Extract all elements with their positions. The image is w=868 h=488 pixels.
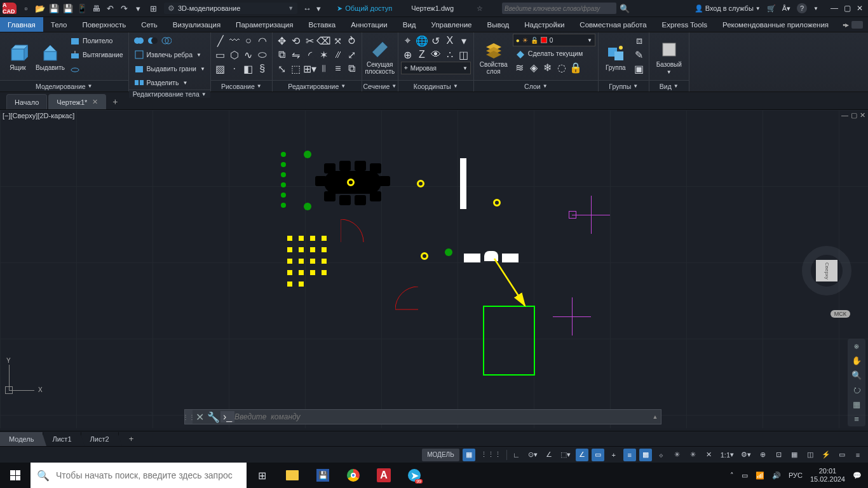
customize-status[interactable]: ≡ [851, 449, 864, 461]
helix-icon[interactable]: § [255, 62, 269, 76]
separate-button[interactable]: Разделить▼ [132, 76, 208, 90]
ucs-x-icon[interactable]: X [443, 34, 457, 48]
group-edit-icon[interactable]: ✎ [632, 48, 646, 62]
fillet-icon[interactable]: ◜ [303, 48, 317, 62]
signin-button[interactable]: 👤 Вход в службы ▼ [695, 4, 761, 13]
3dmove-icon[interactable]: ⤧ [331, 34, 345, 48]
panel-title-coords[interactable]: Координаты▼ [398, 80, 473, 92]
box-button[interactable]: Ящик [3, 34, 33, 80]
redo-icon[interactable]: ↷ [118, 3, 130, 14]
share-button[interactable]: ➤ Общий доступ [337, 4, 392, 13]
command-line[interactable]: ⋮⋮ ✕ 🔧 ›_ ▲ [184, 409, 661, 424]
telegram-icon[interactable]: ➤99 [399, 463, 430, 488]
snap-toggle[interactable]: ⋮⋮⋮ [478, 449, 503, 461]
hardware-accel[interactable]: ⚡ [820, 449, 832, 461]
tab-visualize[interactable]: Визуализация [165, 17, 228, 32]
layout-model[interactable]: Модель [0, 432, 43, 446]
layer-iso-icon[interactable]: ◈ [527, 60, 541, 74]
workspace-gear[interactable]: ⚙▾ [739, 449, 753, 461]
wrench-icon[interactable]: 🔧 [207, 411, 220, 423]
offset-icon[interactable]: ⫴ [317, 62, 331, 76]
ucs-world-icon[interactable]: 🌐 [415, 34, 429, 48]
array-icon[interactable]: ⊞▾ [303, 62, 317, 76]
clean-screen[interactable]: ▭ [836, 449, 848, 461]
layer-combo[interactable]: ● ☀ 🔓 0 ▼ [513, 34, 595, 46]
anno-monitor[interactable]: ⊕ [756, 449, 769, 461]
save-icon[interactable]: 💾 [48, 3, 60, 14]
open-icon[interactable]: 📂 [34, 3, 46, 14]
tab-view[interactable]: Вид [395, 17, 424, 32]
viewcube-face[interactable]: Сверху [816, 260, 837, 281]
quickprops-toggle[interactable]: ▦ [788, 449, 801, 461]
align-icon[interactable]: ≡ [331, 62, 345, 76]
section-plane-button[interactable]: Секущая плоскость [365, 34, 395, 80]
taskbar-search[interactable]: 🔍 [31, 463, 247, 488]
tray-expand-icon[interactable]: ˄ [730, 471, 734, 480]
scale-icon[interactable]: ⬚ [289, 62, 303, 76]
chevron-down-icon[interactable]: ▼ [813, 6, 818, 11]
qat-more-icon[interactable]: ▾ [132, 3, 144, 14]
layout-sheet2[interactable]: Лист2 [81, 432, 119, 446]
tab-parametric[interactable]: Параметризация [228, 17, 301, 32]
minimize-button[interactable]: — [830, 4, 839, 13]
sync-left-icon[interactable]: ↔ [301, 3, 313, 14]
star-icon[interactable]: ☆ [477, 4, 483, 13]
panel-title-modify[interactable]: Редактирование▼ [273, 80, 362, 92]
polygon-icon[interactable]: ⬡ [227, 48, 241, 62]
app-home-icon[interactable]: Å▾ [782, 4, 790, 13]
pline-icon[interactable]: 〰 [227, 34, 241, 48]
presspull-button[interactable]: Вытягивание [67, 48, 126, 62]
add-layout-button[interactable]: + [124, 434, 139, 444]
ucs-z-icon[interactable]: Z [415, 48, 429, 62]
app-logo[interactable]: A CAD [3, 3, 17, 14]
orbit-icon[interactable]: ⭮ [853, 385, 861, 395]
hatch-icon[interactable]: ▨ [214, 62, 227, 76]
viewport[interactable]: [−][Сверху][2D-каркас] — ▢ ✕ [0, 110, 868, 428]
3drotate-icon[interactable]: ⥁ [345, 34, 359, 48]
tab-insert[interactable]: Вставка [301, 17, 343, 32]
tab-manage[interactable]: Управление [424, 17, 480, 32]
panel-title-modeling[interactable]: Моделирование▼ [0, 80, 128, 92]
filter-toggle[interactable]: ✳ [687, 449, 700, 461]
maximize-button[interactable]: ▢ [843, 4, 851, 13]
chrome-icon[interactable] [338, 463, 369, 488]
3dalign-icon[interactable]: ⫽ [331, 48, 345, 62]
web-icon[interactable]: 📱 [76, 3, 88, 14]
cycling-toggle[interactable]: ⟐ [655, 449, 668, 461]
union-icon[interactable] [132, 34, 146, 48]
intersect-icon[interactable] [159, 34, 173, 48]
erase-icon[interactable]: ⌫ [317, 34, 331, 48]
lineweight-toggle[interactable]: ≡ [623, 449, 636, 461]
spline-icon[interactable]: ∿ [241, 48, 255, 62]
panel-title-draw[interactable]: Рисование▼ [211, 80, 272, 92]
grip-icon[interactable]: ⋮⋮ [185, 410, 193, 424]
dyn-input-toggle[interactable]: + [607, 449, 620, 461]
ucs-prev-icon[interactable]: ↺ [429, 34, 443, 48]
nav-more-icon[interactable]: ≡ [854, 414, 859, 424]
qat-dropdown-icon[interactable]: ▾ [313, 3, 324, 14]
help-icon[interactable]: ? [797, 3, 807, 13]
base-view-button[interactable]: Базовый ▼ [652, 34, 686, 80]
ucs-origin-icon[interactable]: ⊕ [401, 48, 415, 62]
ucs-named-icon[interactable]: ▾ [457, 34, 471, 48]
layer-freeze-icon[interactable]: ❄ [541, 60, 555, 74]
tab-start[interactable]: Начало [6, 94, 47, 109]
saveas-icon[interactable]: 💾 [62, 3, 74, 14]
rotate-icon[interactable]: ⟲ [289, 34, 303, 48]
point-icon[interactable]: · [227, 62, 241, 76]
circle-icon[interactable]: ○ [241, 34, 255, 48]
search-icon[interactable]: 🔍 [619, 3, 630, 14]
viewcube[interactable]: Сверху [798, 242, 855, 299]
ellipse-icon[interactable]: ⬭ [255, 48, 269, 62]
panel-title-view[interactable]: Вид▼ [649, 80, 689, 92]
ucs-face-icon[interactable]: ◫ [457, 48, 471, 62]
tabs-overflow[interactable]: ▪▸ [837, 17, 868, 32]
new-icon[interactable]: ▫ [20, 3, 32, 14]
tab-home[interactable]: Главная [0, 17, 43, 32]
tab-mesh[interactable]: Сеть [133, 17, 165, 32]
panel-title-layers[interactable]: Слои▼ [474, 80, 598, 92]
close-icon[interactable]: ✕ [92, 98, 98, 106]
subtract-icon[interactable] [146, 34, 159, 48]
ucs-3pt-icon[interactable]: ∴ [443, 48, 457, 62]
make-current-button[interactable]: Сделать текущим [513, 46, 595, 60]
